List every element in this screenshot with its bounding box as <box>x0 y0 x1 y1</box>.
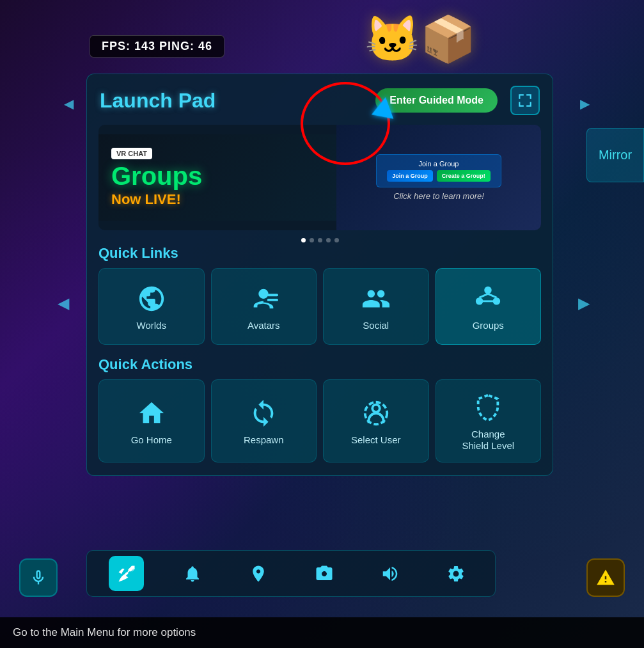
join-btn[interactable]: Join a Group <box>387 170 433 182</box>
change-shield-button[interactable]: ChangeShield Level <box>436 379 542 462</box>
bottom-nav <box>86 550 496 597</box>
expand-button[interactable] <box>510 86 540 115</box>
svg-line-6 <box>488 294 496 297</box>
expand-icon <box>517 92 533 109</box>
shield-label: ChangeShield Level <box>462 429 514 452</box>
create-btn[interactable]: Create a Group! <box>437 170 491 182</box>
nav-location-button[interactable] <box>240 556 276 591</box>
banner[interactable]: VR CHAT Groups Now LIVE! Join a Group Jo… <box>98 125 541 230</box>
avatars-button[interactable]: Avatars <box>211 268 317 345</box>
svg-point-8 <box>372 405 380 413</box>
join-group-box: Join a Group Join a Group Create a Group… <box>376 154 501 187</box>
nav-camera-button[interactable] <box>306 556 342 591</box>
groups-icon <box>473 284 503 313</box>
fps-ping-text: FPS: 143 PING: 46 <box>102 40 212 52</box>
status-text: Go to the Main Menu for more options <box>13 626 196 638</box>
join-group-header: Join a Group <box>387 160 491 168</box>
vrchat-logo: VR CHAT <box>111 148 152 159</box>
banner-right: Join a Group Join a Group Create a Group… <box>336 125 541 230</box>
dot-1[interactable] <box>301 238 306 242</box>
warning-button[interactable] <box>586 558 625 597</box>
mic-button[interactable] <box>19 558 58 597</box>
nav-settings-button[interactable] <box>438 556 473 591</box>
rocket-icon <box>117 564 136 583</box>
groups-title: Groups <box>111 163 324 189</box>
svg-rect-1 <box>267 299 278 301</box>
respawn-icon <box>249 399 278 428</box>
now-live-text: Now LIVE! <box>111 191 324 208</box>
mic-icon <box>29 569 47 587</box>
home-icon <box>137 399 166 428</box>
join-create-buttons: Join a Group Create a Group! <box>387 170 491 182</box>
deco-arrow-left-bottom: ◀ <box>58 294 69 312</box>
banner-left: VR CHAT Groups Now LIVE! <box>98 134 336 221</box>
quick-links-grid: Worlds Avatars Social <box>87 268 553 354</box>
banner-dots <box>87 238 553 242</box>
svg-rect-0 <box>267 294 278 296</box>
svg-point-2 <box>485 287 492 294</box>
bell-icon <box>183 564 202 583</box>
go-home-button[interactable]: Go Home <box>98 379 205 462</box>
groups-label: Groups <box>473 320 504 331</box>
dot-2[interactable] <box>310 238 314 242</box>
social-label: Social <box>363 320 389 331</box>
social-button[interactable]: Social <box>323 268 429 345</box>
respawn-button[interactable]: Respawn <box>211 379 317 462</box>
gear-icon <box>446 564 466 583</box>
select-user-label: Select User <box>351 434 401 446</box>
worlds-label: Worlds <box>137 320 166 331</box>
volume-icon <box>381 564 400 583</box>
panel-title: Launch Pad <box>100 89 363 113</box>
social-icon <box>361 284 391 313</box>
select-user-button[interactable]: Select User <box>323 379 429 462</box>
dot-4[interactable] <box>326 238 331 242</box>
deco-arrow-right-top: ▶ <box>580 96 590 111</box>
nav-launch-button[interactable] <box>109 556 144 591</box>
click-learn-text[interactable]: Click here to learn more! <box>393 191 484 201</box>
warning-icon <box>596 568 615 587</box>
cat-mascot: 🐱📦 <box>365 13 476 65</box>
deco-arrow-left-top: ◀ <box>64 96 74 111</box>
respawn-label: Respawn <box>244 434 284 446</box>
main-panel: Launch Pad Enter Guided Mode VR CHAT Gro… <box>86 74 553 476</box>
dot-5[interactable] <box>334 238 339 242</box>
fps-bar: FPS: 143 PING: 46 <box>90 35 224 58</box>
quick-actions-label: Quick Actions <box>87 354 553 379</box>
svg-line-5 <box>480 294 488 297</box>
dot-3[interactable] <box>318 238 322 242</box>
panel-header: Launch Pad Enter Guided Mode <box>87 74 553 122</box>
quick-links-label: Quick Links <box>87 242 553 268</box>
status-bar: Go to the Main Menu for more options <box>0 617 644 648</box>
avatars-icon <box>249 284 278 313</box>
avatars-label: Avatars <box>247 320 280 331</box>
go-home-label: Go Home <box>131 434 172 446</box>
groups-button[interactable]: Groups <box>436 268 542 345</box>
nav-notifications-button[interactable] <box>175 556 210 591</box>
location-icon <box>249 564 268 583</box>
deco-arrow-right-bottom: ▶ <box>578 294 590 312</box>
mirror-label: Mirror <box>586 128 644 182</box>
worlds-icon <box>137 284 166 313</box>
worlds-button[interactable]: Worlds <box>98 268 205 345</box>
select-user-icon <box>361 399 391 428</box>
quick-actions-grid: Go Home Respawn Select User ChangeShield… <box>87 379 553 462</box>
enter-guided-mode-button[interactable]: Enter Guided Mode <box>375 88 498 113</box>
nav-volume-button[interactable] <box>372 556 407 591</box>
camera-icon <box>315 564 334 583</box>
shield-icon <box>473 393 503 422</box>
